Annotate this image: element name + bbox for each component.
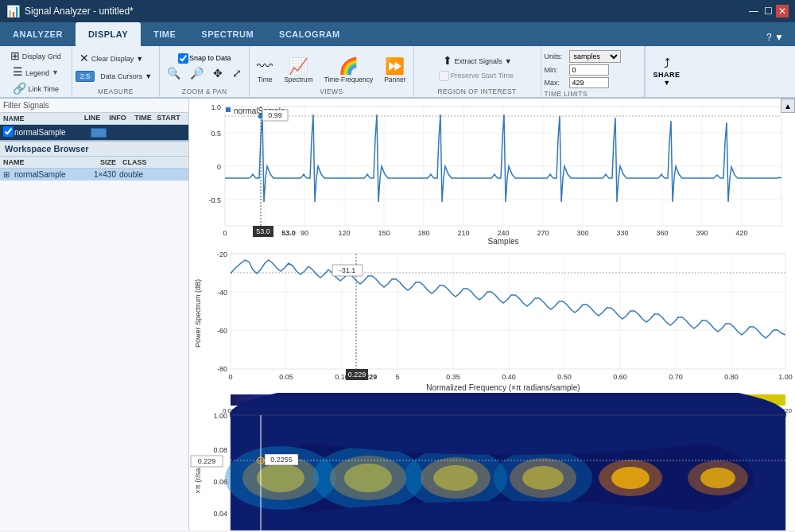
svg-text:1.0: 1.0 (211, 103, 221, 111)
svg-text:-40: -40 (217, 289, 227, 297)
svg-text:0: 0 (223, 229, 227, 237)
tab-display[interactable]: DISPLAY (76, 22, 141, 46)
measure-group: ✕ Clear Display ▼ 2.5 Data Cursors ▼ MEA… (72, 46, 160, 97)
extract-signals-button[interactable]: ⬆ Extract Signals ▼ (439, 53, 516, 68)
zoom-out-button[interactable]: 🔎 (186, 66, 207, 81)
time-freq-button[interactable]: 🌈 Time-Frequency (320, 54, 378, 86)
signal-col-line: LINE (80, 114, 105, 123)
signal-name: normalSample (14, 128, 86, 137)
app-icon: 📊 (6, 5, 20, 17)
zoom-in-button[interactable]: 🔍 (163, 66, 184, 81)
svg-text:300: 300 (576, 229, 588, 237)
data-cursors-button[interactable]: Data Cursors ▼ (96, 69, 156, 83)
filter-signals-bar: Filter Signals (0, 99, 188, 113)
time-view-icon: 〰 (257, 57, 273, 75)
wb-item-name: normalSample (14, 170, 78, 179)
svg-text:Normalized Frequency (×π radia: Normalized Frequency (×π radians/sample) (426, 383, 580, 392)
collapse-button[interactable]: ▲ (781, 99, 795, 113)
window-title: Signal Analyzer - untitled* (25, 6, 747, 17)
signal-checkbox[interactable] (3, 126, 14, 137)
preserve-start-label: Preserve Start Time (451, 72, 514, 80)
svg-text:5: 5 (395, 373, 399, 381)
extract-icon: ⬆ (443, 55, 452, 67)
time-limits-label: TIME LIMITS (545, 90, 588, 98)
snap-to-data-checkbox[interactable] (178, 53, 188, 64)
wb-item-icon: ⊞ (0, 170, 14, 179)
pan-icon: ✥ (213, 68, 223, 80)
tab-spectrum[interactable]: SPECTRUM (188, 22, 266, 46)
svg-text:-0.5: -0.5 (208, 196, 221, 204)
share-button[interactable]: ⤴ SHARE ▼ (645, 46, 688, 97)
units-select[interactable]: samples (569, 50, 621, 63)
signal-list-item[interactable]: normalSample (0, 125, 188, 140)
min-input[interactable] (569, 64, 609, 76)
snap-to-data-label: Snap to Data (189, 54, 231, 62)
svg-text:0.04: 0.04 (213, 510, 227, 518)
wb-col-name: NAME (0, 157, 76, 167)
zoom-out-icon: 🔎 (190, 68, 204, 80)
share-label: SHARE (653, 71, 681, 79)
close-button[interactable]: ✕ (776, 5, 789, 17)
toolbar: ⊞ Display Grid ☰ Legend ▼ 🔗 Link Time DI… (0, 46, 795, 99)
svg-text:420: 420 (735, 229, 747, 237)
svg-text:0.5: 0.5 (211, 130, 221, 138)
svg-text:240: 240 (497, 229, 509, 237)
min-label: Min: (545, 66, 567, 74)
svg-text:1.00: 1.00 (213, 412, 227, 420)
link-time-button[interactable]: 🔗 Link Time (9, 81, 64, 96)
svg-text:Samples: Samples (488, 237, 519, 246)
reset-zoom-button[interactable]: ⤢ (228, 66, 246, 81)
preserve-start-time-checkbox[interactable] (439, 71, 449, 81)
maximize-button[interactable]: ☐ (762, 5, 774, 17)
roi-label: REGION OF INTEREST (437, 87, 516, 95)
units-label: Units: (545, 52, 567, 60)
svg-point-108 (404, 448, 507, 508)
svg-point-115 (688, 460, 748, 495)
svg-text:330: 330 (616, 229, 628, 237)
max-label: Max: (545, 79, 567, 87)
reset-icon: ⤢ (232, 68, 242, 80)
signal-col-time: TIME (130, 114, 156, 123)
svg-text:-20: -20 (217, 250, 227, 258)
svg-text:0.08: 0.08 (213, 446, 227, 454)
wb-col-class: CLASS (119, 157, 167, 167)
clear-display-button[interactable]: ✕ Clear Display ▼ (76, 51, 147, 66)
svg-text:0.2255: 0.2255 (270, 456, 293, 464)
svg-text:0: 0 (228, 373, 232, 381)
wb-list-item[interactable]: ⊞ normalSample 1×430 double (0, 169, 188, 181)
tab-time[interactable]: TIME (141, 22, 188, 46)
chart-area: ▲ (189, 99, 795, 530)
svg-text:0.40: 0.40 (502, 373, 516, 381)
help-button[interactable]: ? ▼ (758, 29, 792, 46)
display-grid-button[interactable]: ⊞ Display Grid (6, 49, 65, 64)
svg-text:0.06: 0.06 (213, 478, 227, 486)
panner-button[interactable]: ⏩ Panner (380, 54, 409, 86)
svg-rect-41 (226, 107, 231, 112)
pan-button[interactable]: ✥ (209, 66, 227, 81)
minimize-button[interactable]: — (747, 5, 760, 17)
cursor-count: 2.5 (76, 71, 95, 82)
tab-scalogram[interactable]: SCALOGRAM (266, 22, 353, 46)
tab-analyzer[interactable]: ANALYZER (0, 22, 76, 46)
left-panel: Filter Signals NAME LINE INFO TIME START… (0, 99, 189, 530)
legend-button[interactable]: ☰ Legend ▼ (9, 64, 63, 80)
time-limits-group: Units: samples Min: Max: TIME LIMITS (541, 46, 645, 97)
svg-text:390: 390 (696, 229, 708, 237)
filter-label: Filter Signals (3, 101, 49, 110)
spectrum-plot-container: -20 -40 -60 -80 Power Spectrum (dB) 0 0.… (189, 246, 795, 393)
signal-col-info: INFO (105, 114, 130, 123)
workspace-browser: Workspace Browser NAME SIZE CLASS ⊞ norm… (0, 140, 188, 530)
spectrum-view-button[interactable]: 📈 Spectrum (280, 54, 316, 86)
panner-icon: ⏩ (385, 57, 405, 75)
time-view-button[interactable]: 〰 Time (253, 54, 277, 86)
svg-text:0.229: 0.229 (348, 371, 366, 379)
svg-text:0.70: 0.70 (669, 373, 683, 381)
wb-item-class: double (119, 170, 163, 179)
svg-text:-31.1: -31.1 (339, 266, 356, 274)
legend-icon: ☰ (13, 66, 23, 78)
max-input[interactable] (569, 77, 609, 88)
svg-text:1.00: 1.00 (778, 373, 793, 381)
share-icon: ⤴ (664, 56, 670, 71)
time-plot-svg: 1.0 0.5 0 -0.5 0 30 53.0 90 120 150 180 … (189, 99, 795, 246)
spectrum-plot-svg: -20 -40 -60 -80 Power Spectrum (dB) 0 0.… (189, 246, 795, 393)
